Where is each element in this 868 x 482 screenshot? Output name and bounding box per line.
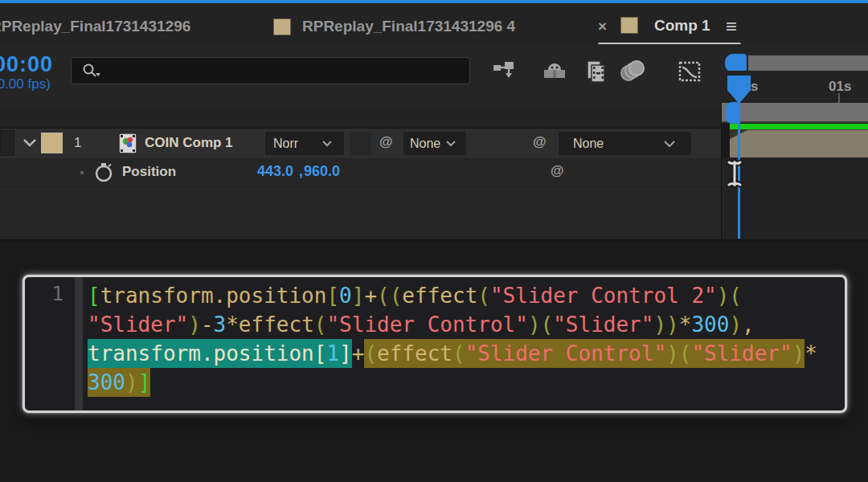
frame-blending-icon[interactable] — [580, 58, 612, 85]
work-area-start-handle[interactable] — [726, 102, 739, 124]
code-token: (( — [377, 284, 402, 308]
track-matte-value: None — [410, 137, 444, 151]
track-matte-pickwhip-icon[interactable]: @ — [379, 134, 393, 150]
code-lines[interactable]: [transform.position[0]+((effect("Slider … — [88, 281, 817, 397]
code-token: - — [201, 312, 214, 337]
chevron-down-icon — [321, 140, 333, 147]
code-token: 300 — [691, 312, 729, 337]
shy-layers-icon[interactable] — [538, 58, 571, 85]
layer-row[interactable]: 1 COIN Comp 1 Norr @ None @ None — [0, 129, 721, 158]
code-token: )) — [653, 312, 678, 337]
chevron-down-icon — [445, 140, 457, 147]
expression-pickwhip-icon[interactable]: @ — [551, 163, 564, 179]
stopwatch-icon[interactable] — [93, 161, 114, 184]
ruler-tick-label: 01s — [829, 79, 851, 95]
code-token: ( — [452, 339, 465, 368]
code-token: [ — [314, 339, 327, 368]
code-token: + — [352, 341, 365, 366]
chevron-down-icon — [663, 140, 676, 148]
comp-color-swatch — [620, 17, 638, 34]
parent-pickwhip-icon[interactable]: @ — [533, 134, 547, 150]
code-token: 300 — [88, 368, 125, 397]
parent-link-value: None — [573, 137, 661, 151]
av-features-cell[interactable] — [0, 130, 14, 156]
code-token: effect — [402, 284, 477, 308]
code-token: ) — [125, 368, 138, 397]
code-line[interactable]: [transform.position[0]+((effect("Slider … — [88, 281, 817, 310]
tab-timeline-2[interactable]: RPReplay_Final1731431296 4 — [302, 18, 515, 35]
code-line[interactable]: transform.position[1]+(effect("Slider Co… — [88, 339, 817, 368]
tab-bar: RPReplay_Final1731431296 RPReplay_Final1… — [0, 3, 868, 44]
timeline-bottom-edge — [0, 239, 868, 243]
tab-comp-1[interactable]: Comp 1 — [654, 17, 710, 35]
line-number: 1 — [25, 283, 72, 305]
timeline-scrollbar-handle[interactable] — [725, 54, 747, 72]
code-token: effect — [239, 312, 314, 337]
code-token: ] — [352, 284, 365, 308]
code-line[interactable]: 300)] — [88, 368, 817, 397]
hamburger-menu-icon[interactable]: ≡ — [726, 15, 737, 38]
fps-display: (0.00 fps) — [0, 76, 51, 92]
code-token: [ — [326, 284, 339, 308]
layer-duration-bar[interactable] — [730, 129, 868, 157]
search-input[interactable] — [105, 60, 459, 81]
layer-label-swatch[interactable] — [40, 132, 63, 154]
composition-icon — [118, 133, 137, 154]
layer-name[interactable]: COIN Comp 1 — [145, 135, 233, 151]
code-token: 0 — [339, 284, 352, 308]
search-box[interactable] — [71, 57, 470, 84]
position-y-value[interactable]: 960.0 — [304, 163, 340, 179]
code-token: "Slider" — [691, 339, 792, 368]
property-name[interactable]: Position — [122, 164, 176, 180]
current-time-display[interactable]: 00:00 — [0, 52, 53, 77]
code-token: ( — [477, 284, 490, 308]
code-token: + — [364, 284, 377, 308]
comp-flowchart-icon[interactable] — [489, 58, 521, 85]
code-token: * — [679, 312, 692, 337]
tab-timeline-1[interactable]: RPReplay_Final1731431296 — [0, 18, 190, 35]
track-matte-dropdown[interactable]: None — [403, 132, 466, 155]
code-token: * — [226, 312, 239, 337]
preserve-transparency-cell[interactable] — [350, 132, 371, 155]
code-token: 1 — [326, 339, 339, 368]
position-property-row[interactable]: Position 443.0,960.0 @ — [0, 158, 721, 187]
code-token: ) — [528, 312, 541, 337]
blend-mode-dropdown[interactable]: Norr — [265, 132, 344, 155]
code-token: ) — [666, 339, 679, 368]
motion-blur-icon[interactable] — [617, 58, 649, 85]
code-token: ) — [729, 312, 742, 337]
empty-track-rows — [0, 187, 721, 239]
time-navigator-band[interactable] — [722, 103, 868, 123]
code-token: transform.position — [100, 284, 327, 308]
timeline-horizontal-scrollbar[interactable] — [748, 55, 868, 71]
property-dot — [80, 171, 84, 174]
after-effects-timeline-panel: RPReplay_Final1731431296 RPReplay_Final1… — [0, 0, 868, 482]
code-token: * — [805, 341, 817, 366]
text-cursor-pointer — [723, 158, 746, 189]
code-token: 3 — [214, 312, 227, 337]
code-token: "Slider Control" — [465, 339, 666, 368]
parent-link-dropdown[interactable]: None — [559, 132, 691, 155]
render-bar-green — [730, 124, 868, 129]
code-token: , — [742, 312, 755, 337]
position-value[interactable]: 443.0,960.0 — [257, 163, 340, 180]
code-token: ( — [729, 284, 742, 308]
position-x-value[interactable]: 443.0 — [257, 163, 293, 179]
code-token: "Slider" — [88, 312, 188, 337]
code-token: ( — [679, 339, 692, 368]
code-token: ) — [792, 339, 805, 368]
code-token: ] — [339, 339, 352, 368]
ruler-tick-mark — [838, 93, 840, 103]
close-icon[interactable]: × — [598, 18, 607, 35]
comp-color-swatch — [273, 18, 291, 35]
code-token: effect — [377, 339, 452, 368]
expression-editor[interactable]: 1 [transform.position[0]+((effect("Slide… — [23, 275, 847, 413]
code-token: "Slider Control 2" — [490, 284, 717, 308]
code-token: transform.position — [88, 339, 314, 368]
layer-expand-chevron-icon[interactable] — [23, 138, 37, 148]
search-icon — [81, 63, 102, 80]
graph-editor-icon[interactable] — [674, 58, 706, 85]
code-token: ( — [364, 339, 377, 368]
code-line[interactable]: "Slider")-3*effect("Slider Control")("Sl… — [88, 310, 817, 339]
code-token: "Slider Control" — [326, 312, 527, 337]
